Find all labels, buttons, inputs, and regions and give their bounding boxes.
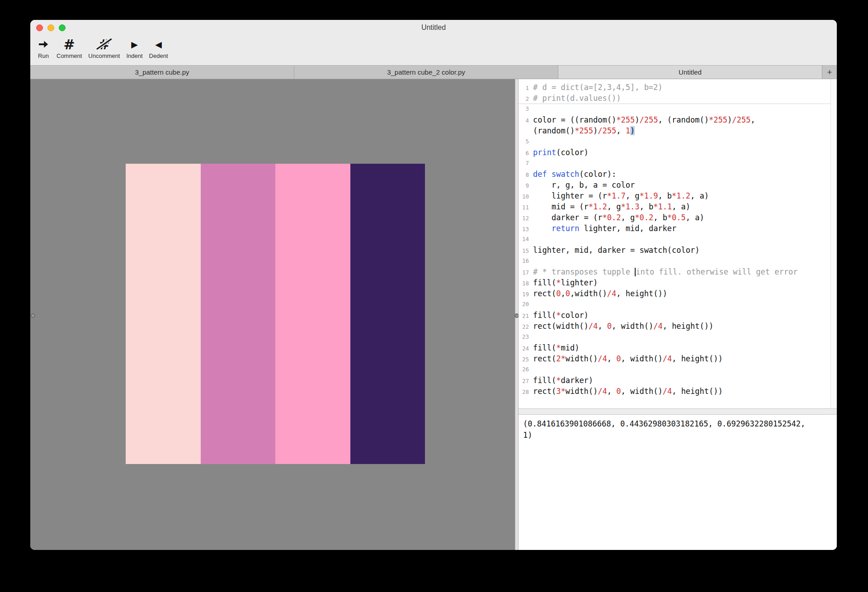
minimize-button[interactable] bbox=[47, 24, 54, 31]
line-number: 3 bbox=[519, 104, 533, 114]
line-number: 13 bbox=[519, 224, 533, 235]
code-line[interactable]: 6print(color) bbox=[519, 147, 837, 158]
console-output: (0.8416163901086668, 0.44362980303182165… bbox=[519, 415, 837, 550]
line-number: 21 bbox=[519, 311, 533, 322]
tab-3-pattern-cube[interactable]: 3_pattern cube.py bbox=[30, 66, 294, 79]
line-number: 22 bbox=[519, 322, 533, 332]
code-line[interactable]: 17# * transposes tupple into fill. other… bbox=[519, 266, 837, 277]
swatch-bar-mid bbox=[275, 164, 350, 464]
left-resize-handle[interactable] bbox=[31, 313, 35, 318]
indent-triangle-icon: ▶ bbox=[128, 36, 142, 52]
close-button[interactable] bbox=[36, 24, 43, 31]
code-line[interactable]: 27fill(*darker) bbox=[519, 375, 837, 386]
sketch-output bbox=[126, 164, 425, 464]
window-title: Untitled bbox=[421, 24, 446, 32]
code-line[interactable]: 22rect(width()/4, 0, width()/4, height()… bbox=[519, 321, 837, 332]
swatch-bar-lighter bbox=[126, 164, 201, 464]
code-line[interactable]: 3 bbox=[519, 104, 837, 114]
run-label: Run bbox=[38, 52, 49, 59]
code-line[interactable]: (random()*255)/255, 1) bbox=[519, 125, 837, 136]
indent-label: Indent bbox=[126, 52, 142, 59]
code-line[interactable]: 28rect(3*width()/4, 0, width()/4, height… bbox=[519, 386, 837, 397]
new-tab-button[interactable]: + bbox=[822, 66, 837, 79]
app-window: Untitled Run # Comment # Uncomment ▶ Ind… bbox=[30, 20, 837, 550]
code-line[interactable]: 14 bbox=[519, 234, 837, 245]
comment-hash-icon: # bbox=[62, 36, 76, 52]
swatch-bar-darker bbox=[350, 164, 425, 464]
dedent-triangle-icon: ◀ bbox=[152, 36, 165, 52]
code-editor[interactable]: 1# d = dict(a=[2,3,4,5], b=2)2# print(d.… bbox=[519, 79, 837, 408]
line-number: 17 bbox=[519, 267, 533, 278]
console-line: (0.8416163901086668, 0.44362980303182165… bbox=[523, 418, 832, 430]
console-line: 1) bbox=[523, 430, 832, 441]
code-line[interactable]: 12 darker = (r*0.2, g*0.2, b*0.5, a) bbox=[519, 212, 837, 223]
titlebar[interactable]: Untitled bbox=[30, 20, 837, 35]
line-number: 4 bbox=[519, 115, 533, 126]
tab-3-pattern-cube-2-color[interactable]: 3_pattern cube_2 color.py bbox=[294, 66, 558, 79]
main-content: 1# d = dict(a=[2,3,4,5], b=2)2# print(d.… bbox=[30, 79, 837, 550]
line-number: 10 bbox=[519, 191, 533, 202]
zoom-button[interactable] bbox=[59, 24, 66, 31]
code-line[interactable]: 7 bbox=[519, 158, 837, 169]
code-line[interactable]: 23 bbox=[519, 332, 837, 342]
code-line[interactable]: 15lighter, mid, darker = swatch(color) bbox=[519, 245, 837, 256]
vertical-splitter[interactable] bbox=[515, 79, 519, 550]
line-number: 5 bbox=[519, 136, 533, 147]
line-number: 19 bbox=[519, 289, 533, 300]
uncomment-button[interactable]: # Uncomment bbox=[88, 36, 120, 59]
line-number: 1 bbox=[519, 83, 533, 94]
code-line[interactable]: 24fill(*mid) bbox=[519, 342, 837, 353]
line-number: 27 bbox=[519, 376, 533, 387]
code-line[interactable]: 1# d = dict(a=[2,3,4,5], b=2) bbox=[519, 82, 837, 93]
line-number: 23 bbox=[519, 332, 533, 342]
tab-untitled[interactable]: Untitled bbox=[558, 66, 822, 79]
desktop-background: Untitled Run # Comment # Uncomment ▶ Ind… bbox=[0, 0, 868, 592]
code-line[interactable]: 19rect(0,0,width()/4, height()) bbox=[519, 288, 837, 299]
line-number: 24 bbox=[519, 343, 533, 354]
code-line[interactable]: 11 mid = (r*1.2, g*1.3, b*1.1, a) bbox=[519, 201, 837, 212]
code-line[interactable]: 18fill(*lighter) bbox=[519, 277, 837, 288]
code-line[interactable]: 13 return lighter, mid, darker bbox=[519, 223, 837, 234]
code-line[interactable]: 8def swatch(color): bbox=[519, 169, 837, 180]
line-number: 18 bbox=[519, 278, 533, 289]
uncomment-hash-icon: # bbox=[97, 36, 111, 52]
line-number: 15 bbox=[519, 246, 533, 256]
dedent-button[interactable]: ◀ Dedent bbox=[149, 36, 168, 59]
tab-label: 3_pattern cube_2 color.py bbox=[387, 68, 465, 76]
code-line[interactable]: 5 bbox=[519, 136, 837, 147]
line-number: 11 bbox=[519, 202, 533, 213]
code-line[interactable]: 16 bbox=[519, 256, 837, 266]
code-line[interactable]: 20 bbox=[519, 299, 837, 310]
code-line[interactable]: 4color = ((random()*255)/255, (random()*… bbox=[519, 114, 837, 125]
code-line[interactable]: 25rect(2*width()/4, 0, width()/4, height… bbox=[519, 353, 837, 364]
horizontal-splitter[interactable] bbox=[519, 408, 837, 415]
indent-button[interactable]: ▶ Indent bbox=[126, 36, 142, 59]
sketch-canvas-panel bbox=[30, 79, 515, 550]
comment-label: Comment bbox=[57, 52, 82, 59]
dedent-label: Dedent bbox=[149, 52, 168, 59]
line-number: 7 bbox=[519, 158, 533, 169]
run-arrow-icon bbox=[37, 36, 50, 52]
line-number: 28 bbox=[519, 387, 533, 398]
code-line[interactable]: 2# print(d.values()) bbox=[519, 93, 837, 104]
code-line[interactable]: 9 r, g, b, a = color bbox=[519, 180, 837, 190]
line-number: 16 bbox=[519, 256, 533, 266]
line-number: 14 bbox=[519, 234, 533, 245]
editor-scrollbar[interactable] bbox=[830, 79, 837, 408]
tab-label: 3_pattern cube.py bbox=[135, 68, 189, 76]
code-line[interactable]: 26 bbox=[519, 364, 837, 375]
comment-button[interactable]: # Comment bbox=[57, 36, 82, 59]
toolbar: Run # Comment # Uncomment ▶ Indent ◀ Ded… bbox=[30, 35, 837, 65]
line-number: 26 bbox=[519, 364, 533, 375]
line-number: 8 bbox=[519, 170, 533, 180]
swatch-bar-color bbox=[201, 164, 276, 464]
tab-bar: 3_pattern cube.py 3_pattern cube_2 color… bbox=[30, 65, 837, 79]
line-number: 2 bbox=[519, 94, 533, 104]
line-number: 20 bbox=[519, 299, 533, 310]
code-line[interactable]: 21fill(*color) bbox=[519, 310, 837, 321]
editor-panel: 1# d = dict(a=[2,3,4,5], b=2)2# print(d.… bbox=[519, 79, 837, 550]
run-button[interactable]: Run bbox=[37, 36, 50, 59]
tab-label: Untitled bbox=[679, 68, 702, 76]
line-number: 25 bbox=[519, 354, 533, 365]
code-line[interactable]: 10 lighter = (r*1.7, g*1.9, b*1.2, a) bbox=[519, 190, 837, 201]
